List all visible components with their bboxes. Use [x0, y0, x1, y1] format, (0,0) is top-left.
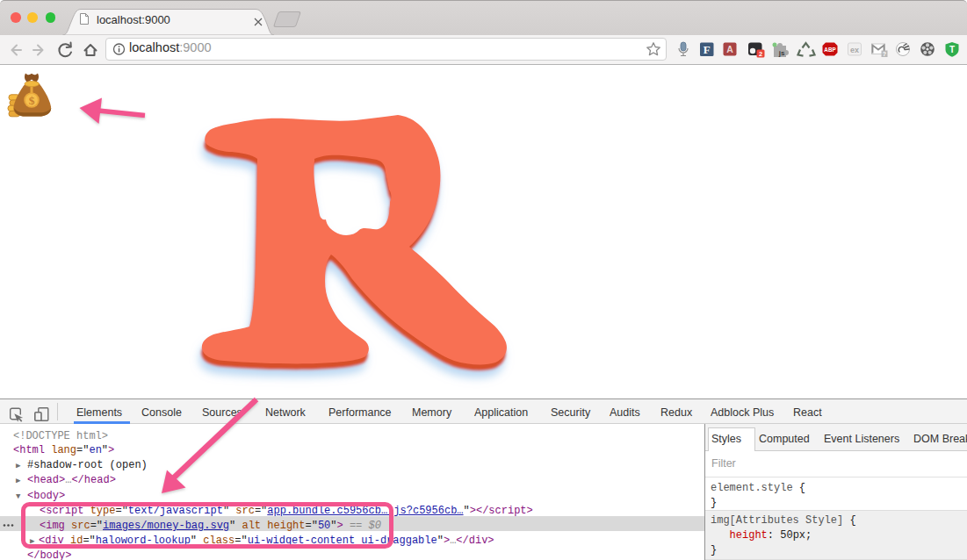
svg-text:?: ?	[883, 51, 886, 57]
svg-text:ABP: ABP	[824, 47, 835, 53]
svg-text:2: 2	[759, 50, 762, 58]
svg-text:A: A	[726, 44, 733, 54]
svg-text:$: $	[29, 94, 35, 107]
svg-text:js: js	[778, 49, 785, 57]
svg-text:T: T	[949, 45, 955, 54]
svg-text:F: F	[704, 43, 711, 56]
svg-text:ex: ex	[850, 46, 859, 54]
